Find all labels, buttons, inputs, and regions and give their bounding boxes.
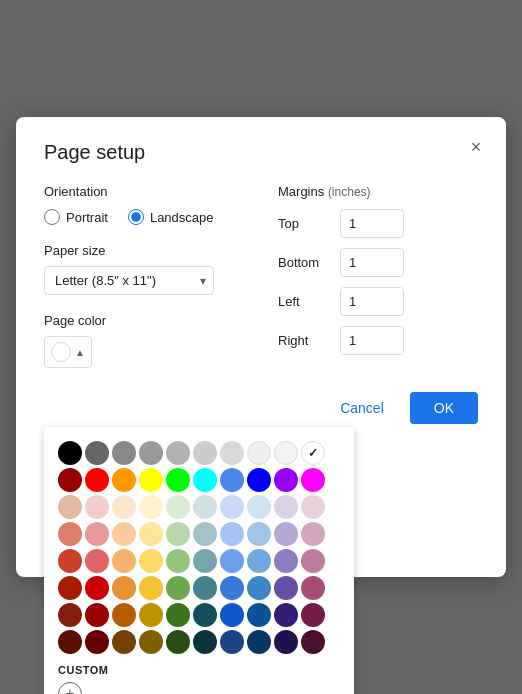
color-dot[interactable] bbox=[220, 495, 244, 519]
color-dot[interactable] bbox=[85, 576, 109, 600]
color-dot[interactable] bbox=[112, 468, 136, 492]
color-dot[interactable] bbox=[247, 576, 271, 600]
color-dot[interactable] bbox=[139, 441, 163, 465]
add-custom-color-button[interactable]: + bbox=[58, 682, 82, 694]
color-dot[interactable] bbox=[85, 549, 109, 573]
right-margin-row: Right bbox=[278, 326, 478, 355]
color-dot[interactable] bbox=[193, 576, 217, 600]
color-dot[interactable] bbox=[274, 630, 298, 654]
color-dot[interactable] bbox=[58, 522, 82, 546]
color-grid bbox=[58, 441, 340, 654]
color-dot[interactable] bbox=[274, 576, 298, 600]
color-dot[interactable] bbox=[247, 441, 271, 465]
color-dot[interactable] bbox=[85, 630, 109, 654]
color-dot[interactable] bbox=[112, 603, 136, 627]
color-dot[interactable] bbox=[274, 468, 298, 492]
color-dot[interactable] bbox=[166, 495, 190, 519]
color-dot[interactable] bbox=[247, 522, 271, 546]
color-dot[interactable] bbox=[220, 603, 244, 627]
color-dot[interactable] bbox=[139, 576, 163, 600]
cancel-button[interactable]: Cancel bbox=[324, 392, 400, 424]
color-dot[interactable] bbox=[247, 603, 271, 627]
color-dot[interactable] bbox=[193, 603, 217, 627]
color-dot[interactable] bbox=[166, 468, 190, 492]
portrait-option[interactable]: Portrait bbox=[44, 209, 108, 225]
ok-button[interactable]: OK bbox=[410, 392, 478, 424]
color-dot[interactable] bbox=[220, 576, 244, 600]
color-dot[interactable] bbox=[85, 441, 109, 465]
color-dot[interactable] bbox=[220, 441, 244, 465]
color-dot[interactable] bbox=[58, 441, 82, 465]
color-dot[interactable] bbox=[85, 495, 109, 519]
color-dot[interactable] bbox=[85, 522, 109, 546]
color-dot[interactable] bbox=[247, 495, 271, 519]
top-margin-row: Top bbox=[278, 209, 478, 238]
left-margin-row: Left bbox=[278, 287, 478, 316]
color-dot[interactable] bbox=[193, 468, 217, 492]
color-dot[interactable] bbox=[112, 549, 136, 573]
color-dot[interactable] bbox=[166, 441, 190, 465]
color-dot[interactable] bbox=[301, 549, 325, 573]
color-dot[interactable] bbox=[112, 630, 136, 654]
color-dot[interactable] bbox=[274, 603, 298, 627]
color-dot[interactable] bbox=[112, 495, 136, 519]
right-margin-input[interactable] bbox=[340, 326, 404, 355]
color-dot[interactable] bbox=[301, 522, 325, 546]
color-dot[interactable] bbox=[112, 576, 136, 600]
color-dot[interactable] bbox=[58, 630, 82, 654]
right-column: Margins (inches) Top Bottom Left Right bbox=[278, 184, 478, 368]
color-dot[interactable] bbox=[139, 630, 163, 654]
color-dot[interactable] bbox=[112, 522, 136, 546]
color-dot[interactable] bbox=[220, 522, 244, 546]
orientation-row: Portrait Landscape bbox=[44, 209, 258, 225]
color-dot[interactable] bbox=[139, 549, 163, 573]
color-dot[interactable] bbox=[139, 522, 163, 546]
bottom-margin-input[interactable] bbox=[340, 248, 404, 277]
color-dot[interactable] bbox=[193, 495, 217, 519]
color-dot[interactable] bbox=[274, 549, 298, 573]
color-dot[interactable] bbox=[166, 603, 190, 627]
color-dot[interactable] bbox=[139, 603, 163, 627]
color-dot[interactable] bbox=[193, 441, 217, 465]
page-color-button[interactable]: ▲ bbox=[44, 336, 92, 368]
color-dot[interactable] bbox=[274, 495, 298, 519]
color-dot[interactable] bbox=[193, 549, 217, 573]
color-dot[interactable] bbox=[58, 495, 82, 519]
color-dot[interactable] bbox=[58, 468, 82, 492]
color-dot[interactable] bbox=[220, 468, 244, 492]
left-margin-input[interactable] bbox=[340, 287, 404, 316]
color-dot[interactable] bbox=[166, 630, 190, 654]
landscape-option[interactable]: Landscape bbox=[128, 209, 214, 225]
color-dot[interactable] bbox=[85, 603, 109, 627]
color-dot[interactable] bbox=[166, 576, 190, 600]
paper-size-select[interactable]: Letter (8.5" x 11") A4 Legal bbox=[44, 266, 214, 295]
color-dot[interactable] bbox=[220, 630, 244, 654]
color-dot[interactable] bbox=[193, 630, 217, 654]
color-dot[interactable] bbox=[58, 576, 82, 600]
close-button[interactable]: × bbox=[462, 133, 490, 161]
color-dot[interactable] bbox=[166, 522, 190, 546]
color-dot[interactable] bbox=[112, 441, 136, 465]
top-margin-input[interactable] bbox=[340, 209, 404, 238]
color-dot[interactable] bbox=[58, 549, 82, 573]
color-dot[interactable] bbox=[247, 549, 271, 573]
portrait-radio[interactable] bbox=[44, 209, 60, 225]
color-dot[interactable] bbox=[85, 468, 109, 492]
color-dot[interactable] bbox=[139, 468, 163, 492]
color-dot[interactable] bbox=[166, 549, 190, 573]
color-dot[interactable] bbox=[193, 522, 217, 546]
color-dot[interactable] bbox=[274, 522, 298, 546]
color-dot[interactable] bbox=[247, 468, 271, 492]
color-dot[interactable] bbox=[139, 495, 163, 519]
color-dot[interactable] bbox=[301, 468, 325, 492]
color-dot[interactable] bbox=[301, 630, 325, 654]
color-dot[interactable] bbox=[301, 576, 325, 600]
color-dot[interactable] bbox=[247, 630, 271, 654]
color-dot[interactable] bbox=[220, 549, 244, 573]
color-dot[interactable] bbox=[274, 441, 298, 465]
color-dot[interactable] bbox=[58, 603, 82, 627]
color-dot[interactable] bbox=[301, 441, 325, 465]
color-dot[interactable] bbox=[301, 603, 325, 627]
landscape-radio[interactable] bbox=[128, 209, 144, 225]
color-dot[interactable] bbox=[301, 495, 325, 519]
